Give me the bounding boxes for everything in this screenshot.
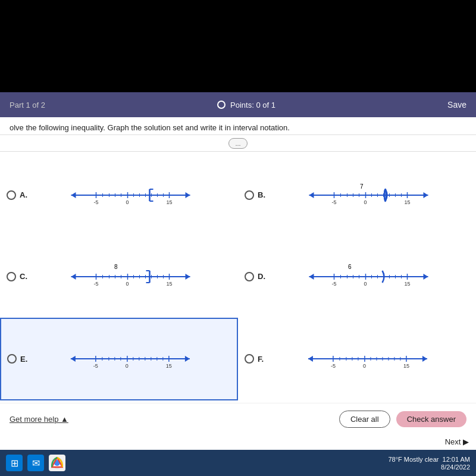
clear-all-button[interactable]: Clear all [339,411,390,428]
svg-marker-65 [309,274,314,280]
weather-text: 78°F Mostly clear [388,456,439,463]
option-B[interactable]: B. 7 -5 0 15 [238,154,476,236]
taskbar: ⊞ ✉ 78°F Mostly clear 12:01 AM 8/24/2022 [0,450,476,476]
svg-text:15: 15 [167,199,173,205]
svg-text:0: 0 [364,199,367,205]
radio-C[interactable] [7,272,16,281]
number-above-B: 7 [360,183,364,190]
part-label: Part 1 of 2 [10,101,45,109]
mail-icon[interactable]: ✉ [27,455,44,471]
svg-marker-104 [422,356,427,362]
svg-text:-5: -5 [332,199,337,205]
get-more-help-button[interactable]: Get more help ▲ [10,415,68,424]
option-A-label: A. [20,190,27,199]
option-C[interactable]: C. 8 -5 0 15 [0,236,238,317]
main-content: olve the following inequality. Graph the… [0,117,476,450]
svg-text:15: 15 [405,199,411,205]
option-E[interactable]: E. -5 0 15 [0,318,238,400]
svg-marker-103 [308,356,313,362]
svg-marker-2 [186,192,190,198]
svg-marker-24 [424,192,428,198]
radio-F[interactable] [245,354,254,364]
next-button[interactable]: Next ▶ [445,437,469,446]
systray: 78°F Mostly clear 12:01 AM [388,456,470,463]
option-D-label: D. [258,272,265,281]
next-row: Next ▶ [0,435,476,450]
radio-B[interactable] [245,190,254,200]
time-text: 12:01 AM [443,456,470,463]
numberline-A: -5 0 15 [30,182,231,208]
points-area: Points: 0 of 1 [217,101,275,109]
svg-text:15: 15 [403,363,409,369]
radio-D[interactable] [245,272,254,281]
taskbar-right: 78°F Mostly clear 12:01 AM 8/24/2022 [388,456,470,471]
numberline-F: -5 0 15 [266,346,469,372]
radio-A[interactable] [7,190,16,200]
expand-pill[interactable]: ... [228,138,247,149]
option-A[interactable]: A. -5 0 [0,154,238,236]
svg-text:15: 15 [167,281,173,287]
svg-text:15: 15 [166,363,172,369]
points-text: Points: 0 of 1 [230,101,275,109]
option-F-label: F. [258,355,264,364]
svg-text:0: 0 [126,363,129,369]
svg-text:0: 0 [126,199,129,205]
question-text: olve the following inequality. Graph the… [0,117,476,135]
option-E-label: E. [20,355,27,364]
numberline-C: 8 -5 0 15 [30,264,231,290]
svg-marker-1 [71,192,76,198]
svg-text:-5: -5 [332,281,337,287]
svg-marker-23 [309,192,314,198]
svg-text:-5: -5 [94,281,99,287]
chrome-icon[interactable] [49,455,65,471]
check-answer-button[interactable]: Check answer [396,411,466,427]
save-button[interactable]: Save [447,100,466,109]
svg-text:0: 0 [363,363,366,369]
points-circle-icon [217,101,226,109]
expand-button-area: ... [0,135,476,152]
options-grid: A. -5 0 [0,152,476,403]
option-B-label: B. [258,190,265,199]
svg-marker-66 [424,274,428,280]
bottom-buttons: Clear all Check answer [339,411,466,428]
svg-marker-85 [185,356,190,362]
taskbar-left: ⊞ ✉ [6,455,65,471]
svg-text:-5: -5 [94,199,99,205]
svg-text:-5: -5 [93,363,98,369]
numberline-B: 7 -5 0 15 [268,182,469,208]
option-C-label: C. [20,272,27,281]
option-F[interactable]: F. -5 0 15 [238,318,476,400]
svg-marker-84 [71,356,76,362]
header-bar: Part 1 of 2 Points: 0 of 1 Save [0,92,476,117]
numberline-E: -5 0 15 [30,346,231,372]
number-above-D: 6 [348,264,352,270]
top-black-area [0,0,476,92]
radio-E[interactable] [7,354,17,364]
svg-marker-44 [186,274,190,280]
svg-text:15: 15 [405,281,411,287]
number-above-C: 8 [114,264,118,270]
option-D[interactable]: D. 6 -5 0 15 [238,236,476,317]
date-text: 8/24/2022 [441,464,470,471]
numberline-D: 6 -5 0 15 [268,264,469,290]
screen: Part 1 of 2 Points: 0 of 1 Save olve the… [0,0,476,476]
svg-text:0: 0 [364,281,367,287]
windows-icon[interactable]: ⊞ [6,455,23,471]
bottom-bar: Get more help ▲ Clear all Check answer [0,403,476,435]
svg-text:0: 0 [126,281,129,287]
svg-text:-5: -5 [331,363,336,369]
svg-marker-43 [71,274,76,280]
